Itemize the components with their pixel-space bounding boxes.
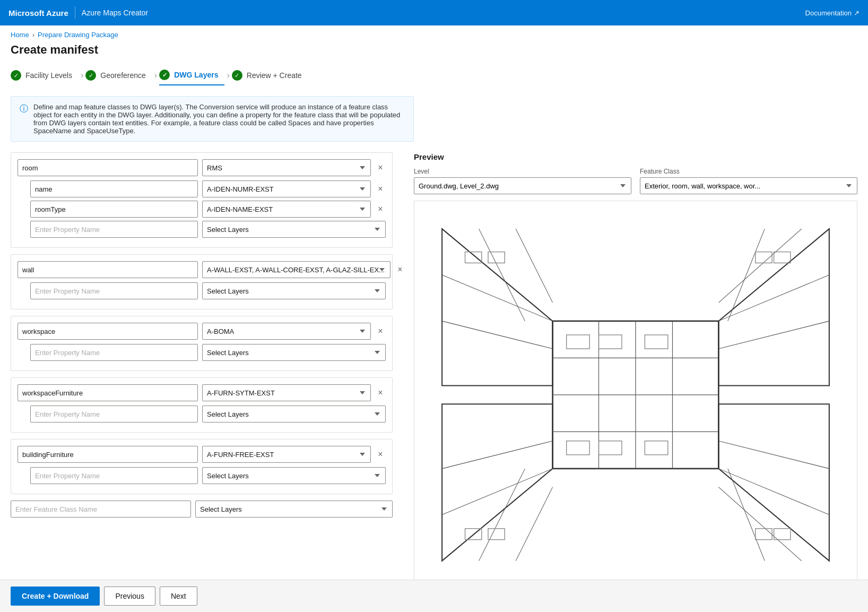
right-panel: Preview Level Ground.dwg, Level_2.dwg Fe… [403, 152, 868, 600]
property-row-room-type: A-IDEN-NAME-EXST × [18, 201, 386, 218]
feature-name-input-room[interactable] [18, 159, 198, 176]
feature-name-input-workspace-furniture[interactable] [18, 384, 198, 401]
svg-rect-36 [599, 335, 622, 349]
wizard-step-review[interactable]: ✓ Review + Create [232, 66, 308, 85]
wizard-steps: ✓ Facility Levels › ✓ Georeference › ✓ D… [0, 65, 868, 96]
prop-name-input-building-furniture-empty[interactable] [30, 467, 198, 484]
feature-row-wall: A-WALL-EXST, A-WALL-CORE-EXST, A-GLAZ-SI… [18, 261, 386, 278]
external-link-icon: ↗ [854, 9, 860, 17]
feature-block-building-furniture: A-FURN-FREE-EXST × Select Layers [11, 439, 393, 494]
info-text: Define and map feature classes to DWG la… [33, 103, 405, 135]
wizard-separator-2: › [152, 71, 159, 80]
svg-rect-39 [599, 441, 622, 455]
feature-layer-select-room[interactable]: RMS [202, 159, 371, 176]
feature-name-input-building-furniture[interactable] [18, 446, 198, 463]
property-row-workspace-furniture-empty: Select Layers [18, 406, 386, 423]
wizard-step-icon-facility: ✓ [11, 70, 21, 81]
feature-layer-select-workspace-furniture[interactable]: A-FURN-SYTM-EXST [202, 384, 371, 401]
property-row-room-empty: Select Layers [18, 221, 386, 238]
documentation-link[interactable]: Documentation ↗ [805, 9, 860, 17]
svg-rect-29 [774, 252, 791, 263]
remove-feature-workspace-furniture[interactable]: × [375, 387, 386, 398]
property-row-room-name: A-IDEN-NUMR-EXST × [18, 180, 386, 197]
left-panel: RMS × A-IDEN-NUMR-EXST × A-IDEN-NAME-EXS… [0, 152, 403, 600]
prop-name-input-room-empty[interactable] [30, 221, 198, 238]
feature-row-workspace: A-BOMA × [18, 323, 386, 340]
remove-feature-building-furniture[interactable]: × [375, 449, 386, 460]
prop-layer-select-building-furniture-empty[interactable]: Select Layers [202, 467, 386, 484]
documentation-label: Documentation [805, 9, 852, 17]
prop-name-input-workspace-empty[interactable] [30, 344, 198, 361]
prop-layer-select-workspace-empty[interactable]: Select Layers [202, 344, 386, 361]
remove-prop-room-type[interactable]: × [375, 204, 386, 214]
preview-feature-class-control: Feature Class Exterior, room, wall, work… [640, 168, 857, 194]
feature-block-workspace-furniture: A-FURN-SYTM-EXST × Select Layers [11, 377, 393, 433]
remove-feature-room[interactable]: × [375, 162, 386, 173]
feature-name-input-wall[interactable] [18, 261, 198, 278]
svg-line-22 [516, 487, 553, 561]
feature-name-input-new[interactable] [11, 501, 191, 518]
app-name: Azure Maps Creator [82, 8, 148, 17]
prop-layer-select-room-name[interactable]: A-IDEN-NUMR-EXST [202, 180, 371, 197]
preview-level-select[interactable]: Ground.dwg, Level_2.dwg [414, 177, 631, 194]
feature-block-room: RMS × A-IDEN-NUMR-EXST × A-IDEN-NAME-EXS… [11, 152, 393, 248]
empty-feature-row: Select Layers [11, 501, 393, 518]
feature-block-workspace: A-BOMA × Select Layers [11, 316, 393, 371]
svg-marker-3 [442, 404, 553, 561]
next-button[interactable]: Next [160, 587, 197, 606]
wizard-step-label-geo: Georeference [100, 71, 146, 80]
preview-controls: Level Ground.dwg, Level_2.dwg Feature Cl… [414, 168, 857, 194]
previous-button[interactable]: Previous [104, 587, 155, 606]
svg-line-17 [728, 229, 765, 321]
preview-feature-class-label: Feature Class [640, 168, 857, 175]
svg-rect-33 [774, 529, 791, 540]
remove-feature-workspace[interactable]: × [375, 326, 386, 337]
prop-layer-select-room-empty[interactable]: Select Layers [202, 221, 386, 238]
svg-line-21 [479, 469, 525, 561]
feature-row-room: RMS × [18, 159, 386, 176]
svg-rect-27 [465, 252, 482, 263]
remove-feature-wall[interactable]: × [395, 264, 403, 275]
svg-rect-40 [645, 441, 667, 455]
property-row-workspace-empty: Select Layers [18, 344, 386, 361]
wizard-step-dwg-layers[interactable]: ✓ DWG Layers [159, 65, 224, 85]
brand-name: Microsoft Azure [8, 8, 68, 18]
wizard-separator-1: › [79, 71, 85, 80]
svg-rect-38 [567, 441, 589, 455]
preview-level-label: Level [414, 168, 631, 175]
prop-layer-select-wall-empty[interactable]: Select Layers [202, 282, 386, 299]
feature-layer-select-building-furniture[interactable]: A-FURN-FREE-EXST [202, 446, 371, 463]
feature-layer-select-wall[interactable]: A-WALL-EXST, A-WALL-CORE-EXST, A-GLAZ-SI… [202, 261, 390, 278]
prop-name-input-wall-empty[interactable] [30, 282, 198, 299]
prop-name-input-workspace-furniture-empty[interactable] [30, 406, 198, 423]
prop-layer-select-workspace-furniture-empty[interactable]: Select Layers [202, 406, 386, 423]
svg-rect-37 [645, 335, 667, 349]
feature-row-building-furniture: A-FURN-FREE-EXST × [18, 446, 386, 463]
info-box: ⓘ Define and map feature classes to DWG … [11, 96, 414, 142]
property-row-wall-empty: Select Layers [18, 282, 386, 299]
footer: Create + Download Previous Next [0, 580, 868, 612]
wizard-step-icon-dwg: ✓ [159, 70, 170, 80]
preview-title: Preview [414, 152, 857, 161]
wizard-separator-3: › [224, 71, 231, 80]
preview-feature-class-select[interactable]: Exterior, room, wall, workspace, wor... [640, 177, 857, 194]
feature-row-workspace-furniture: A-FURN-SYTM-EXST × [18, 384, 386, 401]
wizard-step-georeference[interactable]: ✓ Georeference [85, 66, 152, 85]
create-download-button[interactable]: Create + Download [11, 587, 100, 606]
topbar-divider [75, 6, 75, 19]
remove-prop-room-name[interactable]: × [375, 184, 386, 194]
svg-line-11 [442, 275, 553, 321]
prop-name-input-room-name[interactable] [30, 180, 198, 197]
prop-name-input-room-type[interactable] [30, 201, 198, 218]
wizard-step-facility-levels[interactable]: ✓ Facility Levels [11, 66, 79, 85]
feature-layer-select-workspace[interactable]: A-BOMA [202, 323, 371, 340]
svg-line-15 [718, 275, 829, 321]
svg-rect-28 [488, 252, 505, 263]
feature-name-input-workspace[interactable] [18, 323, 198, 340]
breadcrumb-parent[interactable]: Prepare Drawing Package [38, 31, 118, 39]
wizard-step-label-review: Review + Create [247, 71, 302, 80]
svg-rect-35 [567, 335, 589, 349]
prop-layer-select-room-type[interactable]: A-IDEN-NAME-EXST [202, 201, 371, 218]
feature-layer-select-new[interactable]: Select Layers [195, 501, 393, 518]
breadcrumb-home[interactable]: Home [11, 31, 29, 39]
